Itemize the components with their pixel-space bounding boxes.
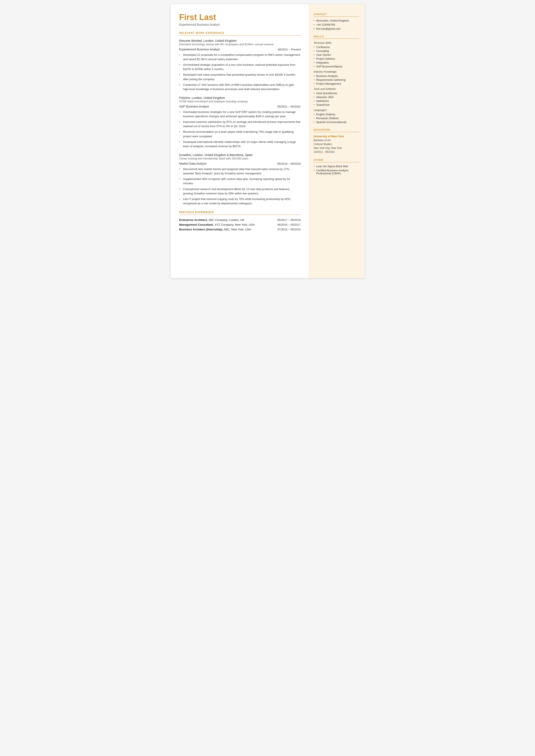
job-3-title: Market Data Analyst [179, 162, 206, 165]
lang-romanian: Romanian (Native) [314, 117, 359, 120]
skill-integration: Integration [314, 61, 359, 64]
job-3: Growthsi, London, United Kingdom & Barce… [179, 153, 301, 206]
job-1-row: Experienced Business Analyst 06/2021 – P… [179, 48, 301, 51]
company-3-rest: London, United Kingdom & Barcelona, Spai… [192, 153, 253, 157]
skill-confluence: Confluence [314, 46, 359, 49]
prev-exp-1-bold: Enterprise Architect, [179, 218, 208, 222]
bullet: Led IT project that reduced copying cost… [179, 197, 301, 206]
contact-location: Worcester, United Kingdom [314, 19, 359, 22]
lang-english: English (Native) [314, 113, 359, 116]
prev-exp-2-rest: XYZ Company, New York, USA [214, 223, 255, 226]
job-3-row: Market Data Analyst 06/2018 – 08/2019 [179, 162, 301, 165]
company-2-desc: NYSE-listed recruitment and employer bra… [179, 100, 301, 103]
other-list: Lean Six Sigma Black Belt. Certified Bus… [314, 165, 359, 175]
job-2-title: SAP Business Analyst [179, 105, 209, 108]
relevant-work-header: RELEVANT WORK EXPERIENCE [179, 32, 301, 36]
company-2-rest: London, United Kingdom [191, 96, 225, 99]
company-1-rest: London, United Kingdom [203, 39, 237, 42]
bullet: Discovered new market trends and analyze… [179, 167, 301, 176]
education-header: EDUCATION [314, 128, 359, 132]
job-1: Resume Worded, London, United Kingdom Ed… [179, 39, 301, 91]
company-3-bold: Growthsi, [179, 153, 192, 157]
job-2: Polyhire, London, United Kingdom NYSE-li… [179, 96, 301, 149]
bullet: Developed international clientele relati… [179, 140, 301, 149]
prev-exp-1: Enterprise Architect, ABC Company, Londo… [179, 218, 301, 222]
skill-sharepoint: SharePoint [314, 103, 359, 106]
industry-label: Industry Knowledge: [314, 70, 359, 73]
bullet: Improved customer satisfaction by 87% on… [179, 120, 301, 128]
technical-skills-list: Confluence Consulting User Stories Proje… [314, 46, 359, 68]
job-1-date: 06/2021 – Present [278, 48, 300, 51]
skill-project-delivery: Project Delivery [314, 57, 359, 60]
skill-user-stories: User Stories [314, 53, 359, 56]
skill-business-analysis: Business Analysis [314, 74, 359, 78]
skills-header: SKILLS [314, 35, 359, 39]
tools-label: Tools and Software: [314, 88, 359, 91]
bullet: Overhauled business strategies for a new… [179, 110, 301, 119]
skill-consulting: Consulting [314, 49, 359, 53]
full-name: First Last [179, 13, 301, 22]
right-column: CONTACT Worcester, United Kingdom +44 12… [309, 4, 365, 278]
job-2-date: 09/2021 – 05/2021 [277, 105, 300, 108]
industry-skills-list: Business Analysis Requirements Gathering… [314, 74, 359, 85]
edu-degree: Bachelor of Art Cultural Studies New Yor… [314, 138, 359, 154]
other-cbap: Certified Business Analysis Professional… [314, 169, 359, 175]
bullet: Supplemented 40% of reports with custom … [179, 177, 301, 185]
job-1-title: Experienced Business Analyst [179, 48, 220, 51]
company-3-name: Growthsi, London, United Kingdom & Barce… [179, 153, 301, 157]
other-lean: Lean Six Sigma Black Belt. [314, 165, 359, 168]
company-1-bold: Resume Worded, [179, 39, 203, 42]
education-1: University of New York Bachelor of Art C… [314, 135, 359, 154]
skill-requirements-gathering: Requirements Gathering [314, 78, 359, 81]
languages-list: English (Native) Romanian (Native) Spani… [314, 113, 359, 124]
tools-skills-list: Intuit QuickBooks Atlassian JIRA Salesfo… [314, 92, 359, 106]
prev-exp-2-bold: Management Consultant, [179, 223, 214, 226]
contact-email: first.last@gmail.com [314, 27, 359, 30]
company-2-name: Polyhire, London, United Kingdom [179, 96, 301, 99]
prev-exp-3: Business Architect (Internship), ABC, Ne… [179, 228, 301, 231]
company-1-name: Resume Worded, London, United Kingdom [179, 39, 301, 42]
bullet: Received commendation as a team player w… [179, 130, 301, 138]
bullet: Conducted 17 JAD sessions with 80% of RW… [179, 83, 301, 91]
contact-list: Worcester, United Kingdom +44 123456789 … [314, 19, 359, 30]
company-2-bold: Polyhire, [179, 96, 191, 99]
resume-page: First Last Experienced Business Analyst … [171, 4, 365, 278]
job-3-bullets: Discovered new market trends and analyze… [179, 167, 301, 206]
prev-exp-3-title: Business Architect (Internship), ABC, Ne… [179, 228, 251, 231]
bullet: Developed 21 proposals for a competitive… [179, 53, 301, 61]
company-3-desc: Career training and membership SaaS with… [179, 157, 301, 160]
lang-spanish: Spanish (Conversational) [314, 121, 359, 124]
bullet: Championed research and development effo… [179, 187, 301, 196]
prev-exp-1-rest: ABC Company, London, UK [208, 218, 244, 222]
bullet: Orchestrated strategic acquisition of a … [179, 63, 301, 71]
prev-exp-2-date: 06/2016 – 05/2017 [277, 223, 300, 226]
previous-experience-list: Enterprise Architect, ABC Company, Londo… [179, 218, 301, 231]
prev-exp-1-date: 06/2017 – 05/2018 [277, 218, 300, 222]
job-2-row: SAP Business Analyst 09/2021 – 05/2021 [179, 105, 301, 108]
job-2-bullets: Overhauled business strategies for a new… [179, 110, 301, 149]
company-1-desc: Education technology startup with 50+ em… [179, 43, 301, 46]
left-column: First Last Experienced Business Analyst … [171, 4, 309, 278]
prev-exp-2-title: Management Consultant, XYZ Company, New … [179, 223, 255, 226]
name-section: First Last Experienced Business Analyst [179, 13, 301, 26]
tagline: Experienced Business Analyst [179, 23, 301, 26]
other-header: OTHER [314, 159, 359, 162]
languages-label: Languages: [314, 109, 359, 112]
prev-exp-3-date: 07/2014 – 05/2015 [277, 228, 300, 231]
skill-jira: Atlassian JIRA [314, 96, 359, 99]
contact-header: CONTACT [314, 13, 359, 16]
technical-skills-label: Technical Skills: [314, 42, 359, 44]
prev-exp-2: Management Consultant, XYZ Company, New … [179, 223, 301, 226]
edu-school: University of New York [314, 135, 359, 138]
prev-exp-3-rest: ABC, New York, USA [223, 228, 251, 231]
skill-project-management: Project Management [314, 82, 359, 85]
bullet: Developed new value propositions that pr… [179, 72, 301, 81]
previous-exp-header: PREVIOUS EXPERIENCE [179, 211, 301, 215]
job-1-bullets: Developed 21 proposals for a competitive… [179, 53, 301, 91]
skill-quickbooks: Intuit QuickBooks [314, 92, 359, 95]
prev-exp-3-bold: Business Architect (Internship), [179, 228, 223, 231]
skill-sap-businessobjects: SAP BusinessObjects [314, 65, 359, 68]
job-3-date: 06/2018 – 08/2019 [277, 162, 300, 165]
prev-exp-1-title: Enterprise Architect, ABC Company, Londo… [179, 218, 244, 222]
skill-salesforce: Salesforce [314, 99, 359, 102]
